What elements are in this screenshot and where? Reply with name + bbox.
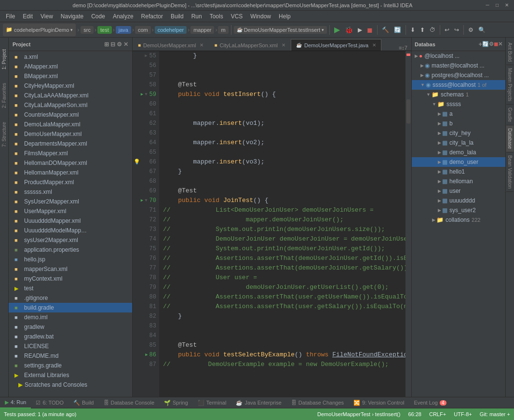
db-table-user[interactable]: ▶ ▦ user [412,186,505,196]
db-master-localhost[interactable]: ▶ ◉ master@localhost ... [412,61,505,70]
db-table-citylala[interactable]: ▶ ▦ city_la_la [412,138,505,148]
bottom-tab-terminal[interactable]: ⬛ Terminal [193,397,231,408]
sidebar-tab-structure[interactable]: 7: Structure [0,120,8,149]
db-stop-icon[interactable]: ◼ [494,41,498,47]
tree-item-hellomandobmapper[interactable]: ■HellomanDOMapper.xml [9,158,132,168]
breadcrumb-com[interactable]: com [135,26,151,34]
tree-item-productmapper[interactable]: ■ProductMapper.xml [9,177,132,187]
line-ending[interactable]: CRLF+ [429,411,446,417]
menu-navigate[interactable]: Navigate [57,11,87,22]
db-sssss-localhost[interactable]: ▼ ◉ sssss@localhost 1 of [412,80,505,90]
menu-tools[interactable]: Tools [206,11,227,22]
menu-refactor[interactable]: Refactor [137,11,167,22]
debug-button[interactable]: 🐞 [343,24,355,36]
project-btn[interactable]: 📁 codehelperPluginDemo ▾ [3,24,76,36]
tree-item-scratches[interactable]: ▶ Scratches and Consoles [9,380,132,390]
tree-item-uuuuddddmodelmapp[interactable]: ■UuuuddddModelMapp… [9,226,132,235]
breadcrumb-codehelper[interactable]: codehelper [155,26,187,34]
tree-item-ssssss-xml[interactable]: ■ssssss.xml [9,187,132,197]
ant-build-tab[interactable]: Ant Build [506,40,514,65]
breadcrumb-java[interactable]: java [116,26,131,34]
db-settings-icon[interactable]: ⚙ [489,41,494,47]
db-collations[interactable]: ▶ 📁 collations 222 [412,215,505,225]
db-table-sysuser2[interactable]: ▶ ▦ sys_user2 [412,205,505,215]
tree-item-amapper[interactable]: ■AMapper.xml [9,62,132,71]
gradle-tab[interactable]: Gradle [506,105,514,125]
tree-item-demolalamapper[interactable]: ■DemoLalaMapper.xml [9,120,132,129]
menu-window[interactable]: Window [246,11,275,22]
tab-close-icon[interactable]: ✕ [200,42,203,48]
redo-button[interactable]: ↪ [452,24,461,36]
sidebar-tab-favorites[interactable]: 2: Favorites [0,81,8,110]
tree-item-a-xml[interactable]: ■a.xml [9,52,132,62]
bottom-tab-build[interactable]: 🔨 Build [68,397,98,408]
tree-item-license[interactable]: ■LICENSE [9,341,132,351]
tab-demousermappertest-java[interactable]: ☕ DemoUserMapperTest.java ✕ [291,39,381,51]
db-add-icon[interactable]: + [478,41,482,48]
db-table-cityhey[interactable]: ▶ ▦ city_hey [412,128,505,138]
sync-button[interactable]: 🔄 [392,24,403,36]
code-editor[interactable]: ▶55 56 57 58 ▶ ▼ 59 60 61 62 63 64 65 💡 … [133,51,411,397]
vcs-branch[interactable]: Git: master + [480,411,510,417]
menu-build[interactable]: Build [167,11,188,22]
tree-item-readme[interactable]: ■README.md [9,351,132,361]
breadcrumb-test[interactable]: test [97,26,112,34]
breadcrumb-m[interactable]: m [218,26,228,34]
git-update-button[interactable]: ⬇ [408,24,417,36]
menu-help[interactable]: Help [275,11,295,22]
bottom-tab-java-enterprise[interactable]: ☕ Java Enterprise [231,397,286,408]
tree-item-buildgradle[interactable]: ■build.gradle [9,303,132,312]
tree-item-countriesmapper[interactable]: ■CountriesMapper.xml [9,110,132,120]
sidebar-tab-project[interactable]: 1: Project [0,47,8,71]
search-everywhere-button[interactable]: 🔍 [476,24,487,36]
tree-item-uuuuddddmapper[interactable]: ■UuuuddddMapper.xml [9,216,132,226]
tree-item-demoiml[interactable]: ■demo.iml [9,312,132,322]
db-postgres-localhost[interactable]: ▶ ◉ postgres@localhost ... [412,70,505,80]
undo-button[interactable]: ↩ [443,24,451,36]
db-table-uuuudddd[interactable]: ▶ ▦ uuuudddd [412,196,505,205]
run-gutter-icon[interactable]: ▶ [141,90,143,99]
build-button[interactable]: 🔨 [380,24,391,36]
tree-item-bmapper[interactable]: ■BMapper.xml [9,71,132,81]
maximize-button[interactable]: □ [494,2,500,9]
tab-citylalamapperson-xml[interactable]: ■ CityLaLaMapperSon.xml ✕ [209,39,291,51]
menu-view[interactable]: View [37,11,57,22]
bottom-tab-todo[interactable]: ☑ 6: TODO [31,397,68,408]
db-table-demolala[interactable]: ▶ ▦ demo_lala [412,148,505,157]
tree-item-citylalamapperson[interactable]: ■CityLaLaMapperSon.xml [9,100,132,110]
hide-icon[interactable]: ✕ [123,41,128,48]
tree-item-sysuser2mapper-lower[interactable]: ■sysUser2Mapper.xml [9,235,132,245]
db-table-demouser[interactable]: ▶ ▦ demo_user [412,157,505,167]
menu-code[interactable]: Code [87,11,109,22]
scrollbar-thumb[interactable] [406,99,410,123]
db-refresh-icon[interactable]: 🔄 [482,41,489,47]
tree-item-demousermapper[interactable]: ■DemoUserMapper.xml [9,129,132,139]
tree-item-sysuser2mapper[interactable]: ■SysUser2Mapper.xml [9,197,132,206]
tree-item-filmsmapper[interactable]: ■FilmsMapper.xml [9,149,132,158]
tree-item-settingsgradle[interactable]: ■settings.gradle [9,361,132,370]
tree-item-departmentsmapper[interactable]: ■DepartmentsMapper.xml [9,139,132,149]
run-with-coverage-button[interactable]: ▶ [356,24,364,36]
cursor-position[interactable]: 66:28 [408,411,421,417]
settings-button[interactable]: ⚙ [466,24,475,36]
minimize-button[interactable]: ─ [484,2,491,9]
bulb-icon[interactable]: 💡 [134,157,140,167]
git-push-button[interactable]: ⬆ [418,24,427,36]
code-content[interactable]: } @Test public void testInsert() { mappe… [159,51,406,397]
db-table-b[interactable]: ▶ ▦ b [412,119,505,128]
menu-analyze[interactable]: Analyze [109,11,137,22]
settings-icon[interactable]: ⚙ [117,41,122,48]
menu-file[interactable]: File [2,11,19,22]
collapse-all-icon[interactable]: ⊟ [110,41,115,48]
stop-button[interactable]: ◼ [365,24,375,36]
tree-item-cityheymapper[interactable]: ■CityHeyMapper.xml [9,81,132,91]
run-gutter-icon2[interactable]: ▶ [141,196,143,205]
charset[interactable]: UTF-8+ [454,411,472,417]
tree-item-appprops[interactable]: ■application.properties [9,245,132,255]
bottom-tab-db-console[interactable]: 🗄 Database Console [99,397,160,408]
tab-overflow-indicator[interactable]: ≡↕7 [395,45,411,51]
db-localhost[interactable]: ▶ ● @localhost ... [412,51,505,61]
db-sssss-schema[interactable]: ▼ 📁 sssss [412,99,505,109]
bean-validation-tab[interactable]: Bean Validation [506,152,514,192]
tree-item-mycontext[interactable]: ■myContext.xml [9,274,132,284]
